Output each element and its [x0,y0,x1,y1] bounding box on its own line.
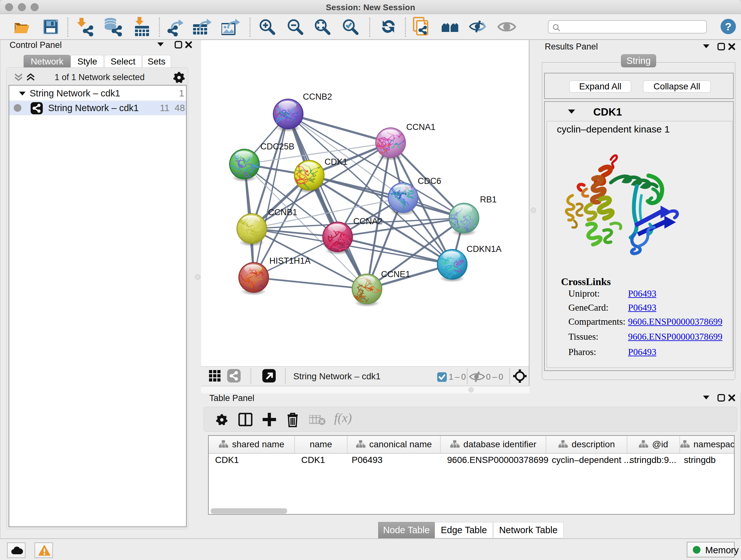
svg-text:CCNB1: CCNB1 [268,207,297,217]
svg-text:CCNE1: CCNE1 [381,269,410,279]
svg-text:CDC25B: CDC25B [260,142,294,151]
svg-text:CCNA1: CCNA1 [406,122,435,132]
svg-text:CCNA2: CCNA2 [353,216,383,226]
svg-text:CDK1: CDK1 [325,157,347,167]
svg-text:RB1: RB1 [480,195,497,204]
svg-text:CDKN1A: CDKN1A [467,244,502,254]
svg-text:HIST1H1A: HIST1H1A [269,256,311,266]
svg-text:CCNB2: CCNB2 [303,92,332,102]
svg-text:CDC6: CDC6 [418,176,441,186]
